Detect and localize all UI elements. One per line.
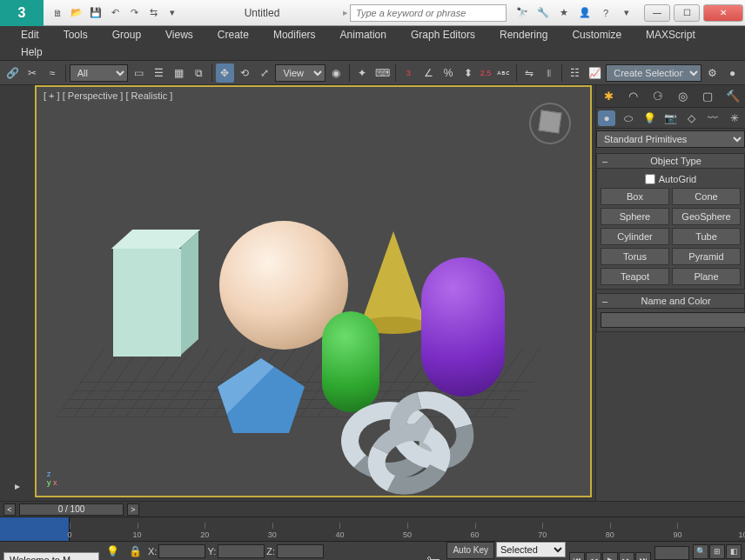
angle-snap-icon[interactable]: ∠: [419, 63, 438, 83]
move-icon[interactable]: ✥: [216, 63, 234, 83]
cameras-icon[interactable]: 📷: [661, 110, 679, 126]
percent-snap-icon[interactable]: %: [440, 63, 458, 83]
create-tab-icon[interactable]: ✱: [600, 88, 617, 105]
menu-rendering[interactable]: Rendering: [487, 26, 560, 43]
scale-icon[interactable]: ⤢: [255, 63, 273, 83]
object-type-header[interactable]: –Object Type: [596, 153, 745, 169]
autokey-button[interactable]: Auto Key: [446, 542, 494, 559]
link-icon[interactable]: ⇆: [144, 4, 162, 22]
sphere-button[interactable]: Sphere: [601, 208, 669, 225]
undo-icon[interactable]: ↶: [106, 4, 124, 22]
help-icon[interactable]: ?: [597, 4, 614, 22]
autogrid-checkbox[interactable]: [645, 174, 655, 184]
menu-modifiers[interactable]: Modifiers: [261, 26, 328, 43]
object-box[interactable]: [113, 249, 181, 357]
star-icon[interactable]: ★: [555, 4, 573, 22]
object-name-input[interactable]: [601, 312, 745, 328]
goto-end-icon[interactable]: ⏭: [635, 552, 651, 561]
helpers-icon[interactable]: ◇: [683, 110, 701, 126]
menu-animation[interactable]: Animation: [328, 26, 399, 43]
redo-icon[interactable]: ↷: [125, 4, 143, 22]
name-color-header[interactable]: –Name and Color: [596, 293, 745, 309]
geometry-icon[interactable]: ●: [598, 110, 615, 126]
object-capsule-purple[interactable]: [421, 257, 505, 397]
maxscript-listener[interactable]: Welcome to M: [3, 552, 99, 561]
abc-icon[interactable]: ᴀʙᴄ: [494, 63, 513, 83]
time-next-button[interactable]: >: [127, 503, 139, 516]
viewport-perspective[interactable]: [ + ] [ Perspective ] [ Realistic ] zy x: [35, 85, 592, 497]
systems-icon[interactable]: ✳: [726, 110, 743, 126]
tool-icon[interactable]: 🔧: [534, 4, 552, 22]
menu-tools[interactable]: Tools: [51, 26, 100, 43]
menu-customize[interactable]: Customize: [560, 26, 634, 43]
lock-icon[interactable]: 💡: [103, 542, 122, 561]
modify-tab-icon[interactable]: ◠: [625, 88, 642, 105]
minimize-button[interactable]: —: [644, 4, 670, 22]
chevron-down-icon[interactable]: ▾: [618, 4, 635, 22]
schematic-icon[interactable]: ⚙: [703, 63, 722, 83]
z-input[interactable]: [277, 544, 324, 558]
menu-grapheditors[interactable]: Graph Editors: [399, 26, 487, 43]
teapot-button[interactable]: Teapot: [601, 268, 669, 285]
hierarchy-tab-icon[interactable]: ⚆: [649, 88, 667, 105]
new-icon[interactable]: 🗎: [49, 4, 66, 22]
save-icon[interactable]: 💾: [87, 4, 104, 22]
torus-button[interactable]: Torus: [601, 248, 669, 265]
binoculars-icon[interactable]: 🔭: [513, 4, 531, 22]
current-frame-input[interactable]: [654, 546, 689, 560]
close-button[interactable]: ✕: [703, 4, 743, 22]
curve-editor-icon[interactable]: 📈: [586, 63, 604, 83]
menu-create[interactable]: Create: [205, 26, 261, 43]
spinner-snap-icon[interactable]: ⬍: [459, 63, 477, 83]
selection-filter-dropdown[interactable]: All: [70, 64, 128, 82]
mirror-icon[interactable]: ⇋: [520, 63, 539, 83]
track-bar[interactable]: 0102030405060708090100: [0, 517, 745, 541]
expand-viewport-icon[interactable]: ▸: [8, 477, 27, 496]
next-frame-icon[interactable]: ▸▸: [619, 552, 634, 561]
bind-icon[interactable]: ≈: [44, 63, 62, 83]
y-input[interactable]: [218, 544, 265, 558]
time-prev-button[interactable]: <: [3, 503, 16, 516]
workspace-dd-icon[interactable]: ▾: [164, 4, 181, 22]
material-icon[interactable]: ●: [723, 63, 742, 83]
isolate-icon[interactable]: 🔒: [125, 542, 144, 561]
unlink-icon[interactable]: ✂: [23, 63, 42, 83]
maximize-button[interactable]: ☐: [674, 4, 700, 22]
play-icon[interactable]: ▶: [602, 552, 618, 561]
object-cone[interactable]: [360, 231, 426, 325]
lights-icon[interactable]: 💡: [641, 110, 658, 126]
tube-button[interactable]: Tube: [672, 228, 741, 245]
open-icon[interactable]: 📂: [68, 4, 85, 22]
object-torus-knot[interactable]: [341, 393, 489, 497]
cone-button[interactable]: Cone: [672, 188, 741, 205]
menu-views[interactable]: Views: [153, 26, 205, 43]
key-icon[interactable]: 🗝: [424, 550, 443, 561]
snap-toggle-icon[interactable]: 3: [399, 63, 418, 83]
app-icon[interactable]: 3: [0, 0, 44, 26]
select-icon[interactable]: ▭: [130, 63, 148, 83]
help-search-input[interactable]: [350, 4, 507, 22]
pyramid-button[interactable]: Pyramid: [672, 248, 741, 265]
utilities-tab-icon[interactable]: 🔨: [724, 88, 742, 105]
ref-coord-dropdown[interactable]: View: [275, 64, 326, 82]
menu-edit[interactable]: Edit: [9, 26, 51, 43]
geosphere-button[interactable]: GeoSphere: [672, 208, 741, 225]
align-icon[interactable]: ⫴: [540, 63, 558, 83]
spacewarps-icon[interactable]: 〰: [704, 110, 722, 126]
zoom-icon[interactable]: 🔍: [693, 544, 708, 560]
box-button[interactable]: Box: [601, 188, 669, 205]
category-dropdown[interactable]: Standard Primitives: [596, 130, 745, 148]
viewcube[interactable]: [524, 97, 576, 150]
menu-help[interactable]: Help: [9, 43, 55, 61]
x-input[interactable]: [158, 544, 205, 558]
time-slider[interactable]: 0 / 100: [19, 503, 124, 516]
trackbar-left-icons[interactable]: [0, 517, 70, 541]
cylinder-button[interactable]: Cylinder: [601, 228, 669, 245]
window-crossing-icon[interactable]: ⧉: [190, 63, 208, 83]
prev-frame-icon[interactable]: ◂◂: [586, 552, 601, 561]
keymode-icon[interactable]: ⌨: [373, 63, 392, 83]
shapes-icon[interactable]: ⬭: [620, 110, 637, 126]
motion-tab-icon[interactable]: ◎: [675, 88, 692, 105]
pivot-icon[interactable]: ◉: [327, 63, 346, 83]
fov-icon[interactable]: ◧: [726, 544, 742, 560]
